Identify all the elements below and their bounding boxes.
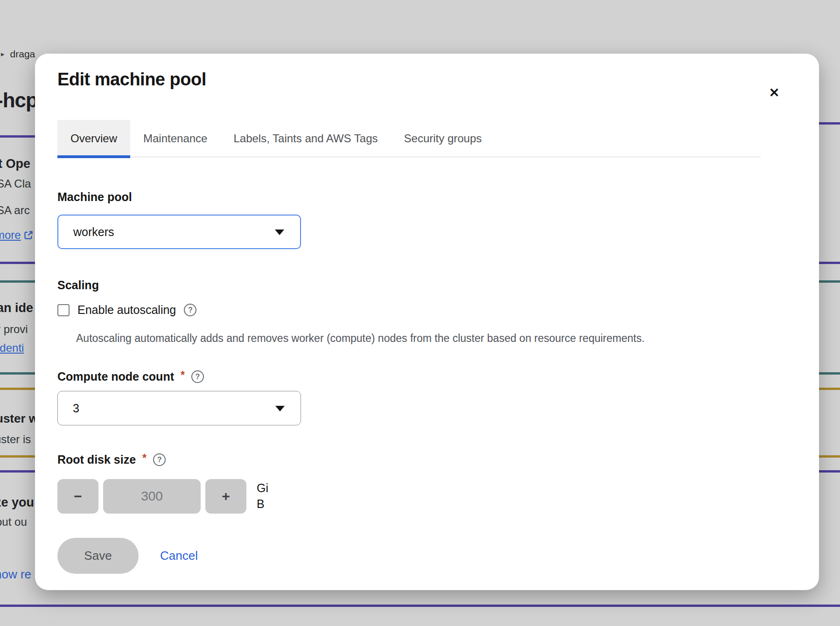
breadcrumb-caret-icon: ▸ (1, 50, 5, 58)
scaling-heading-row: Scaling (57, 278, 99, 292)
close-icon: ✕ (769, 86, 780, 100)
compute-node-count-select[interactable]: 3 (57, 391, 301, 425)
caret-down-icon (275, 406, 285, 411)
cancel-button[interactable]: Cancel (160, 549, 198, 563)
active-tab-indicator (57, 155, 130, 158)
cluster-title-fragment: -hcp (0, 89, 38, 112)
compute-node-count-help-icon[interactable]: ? (191, 370, 204, 383)
background-link-fragment: now re (0, 567, 31, 582)
enable-autoscaling-label: Enable autoscaling (77, 303, 176, 317)
root-disk-size-label: Root disk size (57, 453, 136, 466)
tab-labels-taints-aws-tags[interactable]: Labels, Taints and AWS Tags (220, 120, 391, 157)
autoscaling-description: Autoscaling automatically adds and remov… (76, 332, 739, 345)
scaling-heading: Scaling (57, 278, 99, 292)
modal-actions: Save Cancel (57, 538, 198, 574)
edit-machine-pool-modal: Edit machine pool ✕ Overview Maintenance… (35, 54, 819, 590)
background-text-fragment: uster w (0, 411, 38, 426)
background-text-fragment: SA Cla (0, 177, 31, 190)
required-asterisk: * (142, 452, 147, 465)
breadcrumb: ▸ draga (1, 49, 35, 60)
enable-autoscaling-checkbox[interactable] (57, 304, 70, 316)
background-text-fragment: ze you (0, 495, 34, 510)
background-link-fragment: identi (0, 341, 24, 355)
background-link-fragment: more (0, 229, 33, 242)
root-disk-size-stepper: − + GiB (57, 479, 274, 514)
external-link-icon (24, 230, 33, 240)
background-text-fragment: y provi (0, 323, 28, 336)
required-asterisk: * (181, 369, 185, 382)
compute-node-count-label: Compute node count (57, 370, 174, 383)
autoscaling-help-icon[interactable]: ? (184, 304, 196, 316)
tab-security-groups[interactable]: Security groups (391, 120, 495, 157)
background-divider-purple (0, 605, 840, 607)
background-text-fragment: an ide (0, 301, 33, 315)
root-disk-size-input[interactable] (103, 479, 201, 514)
machine-pool-select[interactable]: workers (57, 215, 301, 249)
root-disk-size-unit: GiB (257, 480, 274, 512)
machine-pool-selected-value: workers (73, 225, 114, 239)
background-text-fragment: out ou (0, 515, 27, 529)
tab-maintenance[interactable]: Maintenance (130, 120, 220, 157)
minus-icon: − (74, 488, 82, 504)
tab-overview[interactable]: Overview (57, 120, 130, 157)
breadcrumb-item: draga (10, 49, 35, 60)
machine-pool-label-row: Machine pool (57, 190, 132, 204)
compute-node-count-label-row: Compute node count * ? (57, 370, 204, 383)
background-text-fragment: SA arc (0, 204, 30, 217)
modal-title: Edit machine pool (57, 70, 206, 90)
machine-pool-label: Machine pool (57, 190, 132, 204)
enable-autoscaling-row: Enable autoscaling ? (57, 303, 196, 317)
caret-down-icon (275, 230, 284, 235)
close-button[interactable]: ✕ (764, 83, 784, 103)
tab-bar: Overview Maintenance Labels, Taints and … (57, 120, 761, 157)
root-disk-size-label-row: Root disk size * ? (57, 453, 166, 466)
save-button[interactable]: Save (57, 538, 139, 574)
increment-button[interactable]: + (205, 479, 246, 514)
plus-icon: + (222, 488, 230, 504)
compute-node-count-selected-value: 3 (73, 402, 79, 415)
background-text-fragment: uster is (0, 433, 31, 446)
background-text-fragment: t Ope (0, 157, 30, 171)
root-disk-size-help-icon[interactable]: ? (153, 453, 166, 466)
decrement-button[interactable]: − (57, 479, 98, 514)
